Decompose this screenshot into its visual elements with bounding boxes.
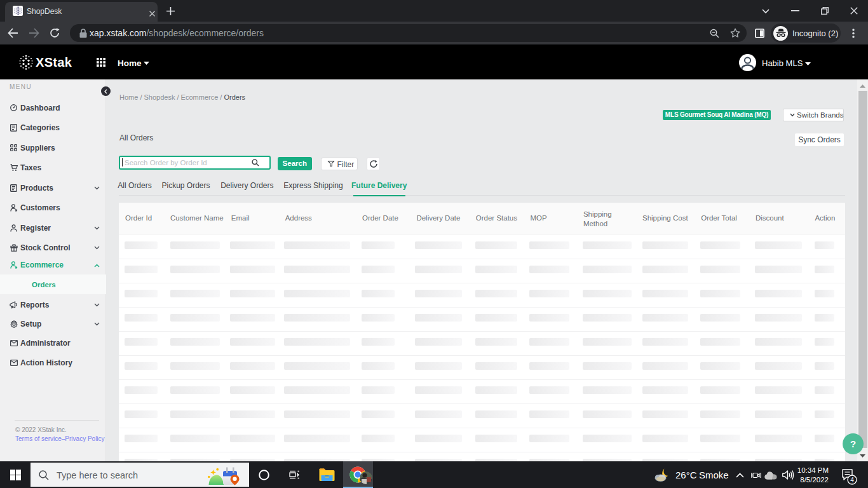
svg-text:4: 4	[850, 477, 854, 484]
